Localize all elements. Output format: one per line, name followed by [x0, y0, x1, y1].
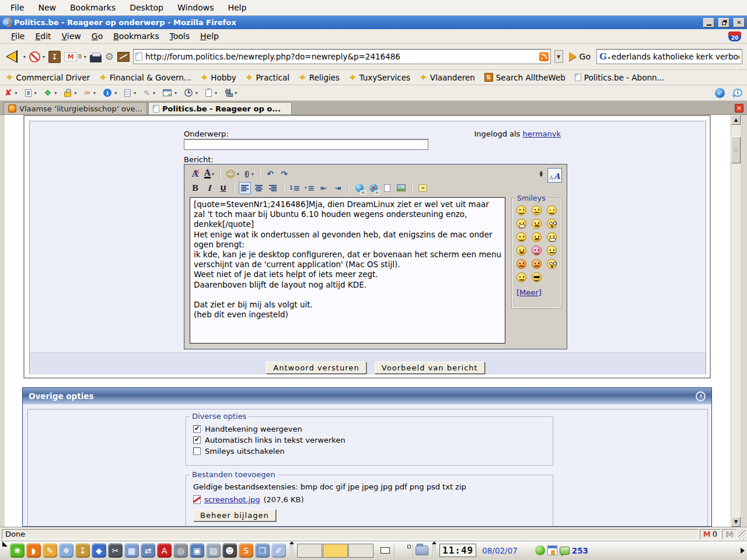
menu-bookmarks[interactable]: Bookmarks: [108, 30, 164, 42]
smiley-neutral[interactable]: [516, 272, 526, 282]
username-link[interactable]: hermanvk: [523, 130, 561, 138]
taskbar-app-sync-tool[interactable]: ⇄: [141, 543, 155, 558]
desktop-menu-windows[interactable]: Windows: [172, 1, 220, 14]
checkbox[interactable]: [193, 436, 201, 444]
taskbar-app-suse-start-menu[interactable]: ❋: [10, 543, 25, 558]
restore-button[interactable]: [718, 18, 729, 27]
editor-ordered-list-button[interactable]: 1≡: [288, 182, 301, 194]
address-bar[interactable]: http://forum.politics.be/newreply.php?do…: [133, 49, 551, 64]
bookmark-religies[interactable]: Religies: [299, 72, 340, 83]
taskbar-app-acrobat-reader[interactable]: A: [157, 543, 172, 558]
bookmark-commercial-driver[interactable]: Commercial Driver: [6, 72, 90, 83]
devtool-options-button[interactable]: ▾: [225, 88, 237, 98]
editor-indent-button[interactable]: ⇥: [331, 182, 344, 194]
pager-desktop-1[interactable]: [297, 544, 322, 558]
editor-remove-link-button[interactable]: [367, 182, 379, 194]
checkbox[interactable]: [193, 447, 201, 455]
editor-bold-button[interactable]: B: [189, 182, 201, 194]
checkbox[interactable]: [193, 425, 201, 433]
print-button[interactable]: [90, 55, 102, 62]
editor-underline-button[interactable]: U: [217, 182, 229, 194]
devtool-resize-button[interactable]: ▾: [163, 88, 177, 98]
pager-desktop-3[interactable]: [348, 544, 374, 558]
search-input[interactable]: G▾ ederlands katholieke kerk verbod: [596, 49, 742, 64]
folder-applet-icon[interactable]: [416, 545, 428, 555]
devtool-view-source-button[interactable]: ▾: [205, 88, 217, 98]
resize-arrows-icon[interactable]: ▲▼: [540, 170, 543, 177]
taskbar-app-scanner-tool[interactable]: ▤: [206, 543, 221, 558]
desktop-menu-new[interactable]: New: [32, 1, 62, 14]
panel-hide-arrow-icon[interactable]: [2, 541, 8, 547]
vertical-scrollbar[interactable]: ▲ ▼: [731, 115, 741, 527]
desktop-menu-bookmarks[interactable]: Bookmarks: [64, 1, 121, 14]
editor-quote-button[interactable]: ≡: [417, 182, 429, 194]
gmail-button[interactable]: M0▾: [64, 52, 86, 61]
taskbar-app-firefox[interactable]: ◗: [26, 543, 41, 558]
editor-smilies-button[interactable]: ☺▾: [225, 168, 240, 180]
desktop-menu-help[interactable]: Help: [222, 1, 252, 14]
smiley-mad[interactable]: [516, 259, 526, 269]
devtool-css-button[interactable]: ▾: [25, 88, 37, 98]
clock[interactable]: 11:49: [439, 544, 476, 557]
editor-remove-format-button[interactable]: A: [189, 168, 201, 180]
smiley-razz[interactable]: [516, 219, 526, 229]
update-check-icon[interactable]: ✓: [715, 88, 725, 98]
chevron-down-icon[interactable]: ▾: [84, 54, 86, 60]
taskbar-app-text-editor[interactable]: ✎: [43, 543, 57, 558]
editor-attach-button[interactable]: ▾: [242, 168, 255, 180]
editor-insert-image-button[interactable]: [395, 182, 407, 194]
devtool-disable-button[interactable]: ✘▾: [5, 88, 18, 98]
smiley-smile[interactable]: [516, 205, 526, 215]
scroll-up-button[interactable]: ▲: [731, 115, 741, 125]
smiley-biggrin[interactable]: [532, 219, 542, 229]
chevron-down-icon[interactable]: ▾: [23, 54, 26, 60]
menu-go[interactable]: Go: [86, 30, 108, 42]
desktop-menu-file[interactable]: File: [5, 1, 30, 14]
devtool-outline-button[interactable]: ✎▾: [144, 88, 155, 98]
taskbar-app-screenshot-tool[interactable]: ✂: [108, 543, 123, 558]
url-dropdown-button[interactable]: ▼: [554, 50, 563, 63]
devtool-images-button[interactable]: ✑▾: [84, 88, 96, 98]
resize-grip[interactable]: [738, 529, 745, 540]
message-textarea[interactable]: [quote=StevenNr1;2416486]Mja, dien Dream…: [190, 197, 505, 344]
tab-1[interactable]: Vlaamse ‘liturgiebisschop’ ove...: [4, 102, 147, 114]
editor-italic-button[interactable]: I: [203, 182, 215, 194]
editor-outdent-button[interactable]: ⇤: [317, 182, 330, 194]
taskbar-app-konqueror[interactable]: ◆: [92, 543, 106, 558]
menu-help[interactable]: Help: [195, 30, 224, 42]
bookmark-practical[interactable]: Practical: [246, 72, 289, 83]
google-icon[interactable]: G▾: [599, 51, 610, 62]
preview-button[interactable]: Voorbeeld van bericht: [375, 362, 485, 374]
gmail-status-panel[interactable]: M0: [700, 529, 721, 540]
desktop-menu-desktop[interactable]: Desktop: [124, 1, 169, 14]
smiley-frown[interactable]: [532, 205, 542, 215]
editor-align-center-button[interactable]: [253, 182, 265, 194]
close-tab-button[interactable]: ✕: [735, 104, 743, 113]
task-window-button[interactable]: [376, 543, 395, 558]
panel-scroll-arrow-icon[interactable]: [741, 548, 745, 554]
taskbar-app-download-folder[interactable]: ↧: [75, 543, 90, 558]
smiley-happy[interactable]: [516, 232, 526, 242]
presentation-button[interactable]: [117, 52, 130, 62]
attachment-link[interactable]: screenshot.jpg: [204, 495, 260, 504]
devtool-forms-button[interactable]: ❖▾: [44, 88, 57, 98]
back-button[interactable]: ▾: [5, 49, 26, 64]
organizer-tray-icon[interactable]: [547, 545, 557, 555]
smiley-cool[interactable]: [532, 272, 542, 282]
url-input[interactable]: http://forum.politics.be/newreply.php?do…: [145, 52, 536, 61]
taskbar-app-snow-app[interactable]: ❄: [59, 543, 74, 558]
editor-insert-link-button[interactable]: [353, 182, 365, 194]
menu-tools[interactable]: Tools: [164, 30, 195, 42]
smiley-grimace[interactable]: [547, 232, 557, 242]
smiley-evil[interactable]: [532, 259, 542, 269]
panel-handle[interactable]: [290, 544, 293, 558]
bookmark-hobby[interactable]: Hobby: [201, 72, 236, 83]
subject-input[interactable]: [184, 139, 428, 150]
minimize-button[interactable]: [703, 18, 714, 27]
smiley-rolleyes[interactable]: [547, 259, 557, 269]
rss-feed-icon[interactable]: [539, 52, 549, 61]
chevron-down-icon[interactable]: ▾: [43, 54, 45, 60]
interstate-20-badge-icon[interactable]: 20: [728, 32, 741, 41]
date-display[interactable]: 08/02/07: [482, 546, 518, 555]
taskbar-app-audio-player[interactable]: ◎: [173, 543, 188, 558]
